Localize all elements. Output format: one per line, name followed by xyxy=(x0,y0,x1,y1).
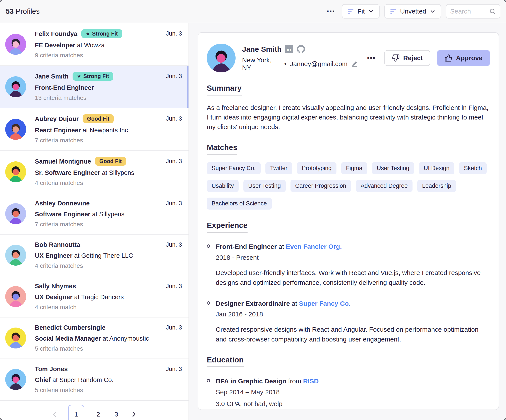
search-box[interactable] xyxy=(446,4,500,19)
vetted-filter-dropdown[interactable]: Unvetted xyxy=(384,4,441,19)
thumbs-up-icon xyxy=(445,54,453,62)
item-date: Jun. 3 xyxy=(166,30,182,37)
github-icon[interactable] xyxy=(297,45,305,53)
experience-title: Designer Extraordinaire at Super Fancy C… xyxy=(216,299,490,308)
match-tag: Twitter xyxy=(266,162,293,174)
profile-avatar xyxy=(207,44,236,72)
org-link[interactable]: Even Fancier Org. xyxy=(286,243,342,250)
pagination: 1 2 3 xyxy=(0,400,188,420)
avatar xyxy=(5,76,26,97)
profile-location: New York, NY xyxy=(242,56,281,71)
match-tag: UI Design xyxy=(419,162,454,174)
candidate-name: Samuel Montignue xyxy=(35,157,91,165)
list-item[interactable]: Samuel Montignue Good Fit Jun. 3 Sr. Sof… xyxy=(0,151,188,193)
filter-icon xyxy=(390,8,397,15)
main-content: Felix Foundya ★Strong Fit Jun. 3 FE Deve… xyxy=(0,23,506,420)
avatar xyxy=(5,119,26,140)
list-item[interactable]: Aubrey Dujour Good Fit Jun. 3 React Engi… xyxy=(0,108,188,151)
org-link[interactable]: Super Fancy Co. xyxy=(299,300,351,307)
list-item[interactable]: Sally Nhymes Jun. 3 UX Designer at Tragi… xyxy=(0,276,188,318)
page-1-button[interactable]: 1 xyxy=(68,405,84,420)
profile-count: 53 xyxy=(6,7,14,15)
item-role-line: UX Engineer at Getting There LLC xyxy=(35,252,182,259)
match-tag: User Testing xyxy=(243,180,286,192)
item-date: Jun. 3 xyxy=(166,283,182,290)
candidate-name: Jane Smith xyxy=(35,72,69,80)
school-link[interactable]: RISD xyxy=(303,378,319,385)
education-item: BFA in Graphic Design from RISD Sep 2014… xyxy=(207,377,490,407)
criteria-matches: 7 criteria matches xyxy=(35,137,182,144)
good-fit-badge: Good Fit xyxy=(83,114,114,123)
top-bar: 53 Profiles ⋯ Fit Unvetted xyxy=(0,0,506,23)
bullet-icon xyxy=(207,379,210,382)
list-item[interactable]: Felix Foundya ★Strong Fit Jun. 3 FE Deve… xyxy=(0,23,188,66)
match-tag: Usability xyxy=(207,180,239,192)
matches-heading: Matches xyxy=(207,143,237,155)
experience-dates: Jan 2016 - 2018 xyxy=(216,311,490,318)
linkedin-icon[interactable]: in xyxy=(285,45,293,53)
match-tag: Advanced Degree xyxy=(356,180,413,192)
criteria-matches: 5 criteria matches xyxy=(35,345,182,352)
search-icon xyxy=(489,8,496,15)
detail-panel: Jane Smith in New York, NY • xyxy=(189,23,506,420)
candidate-name: Ashley Donnevine xyxy=(35,199,90,207)
prev-page-button[interactable] xyxy=(51,411,58,418)
fit-filter-dropdown[interactable]: Fit xyxy=(342,4,380,19)
app-window: 53 Profiles ⋯ Fit Unvetted xyxy=(0,0,506,420)
item-role-line: FE Developer at Wowza xyxy=(35,41,182,49)
list-item[interactable]: Bob Rannoutta Jun. 3 UX Engineer at Gett… xyxy=(0,235,188,276)
criteria-matches: 4 criteria matches xyxy=(35,179,182,187)
profile-more-icon[interactable]: ⋯ xyxy=(365,54,377,62)
item-role-line: Sr. Software Engineer at Sillypens xyxy=(35,169,182,177)
match-tag: Leadership xyxy=(417,180,456,192)
next-page-button[interactable] xyxy=(130,411,137,418)
candidate-name: Sally Nhymes xyxy=(35,282,76,290)
summary-text: As a freelance designer, I create visual… xyxy=(207,103,490,132)
profile-header: Jane Smith in New York, NY • xyxy=(207,44,490,72)
page-title: 53 Profiles xyxy=(6,7,40,15)
search-input[interactable] xyxy=(450,8,487,15)
avatar xyxy=(5,245,26,266)
toolbar-more-icon[interactable]: ⋯ xyxy=(324,7,337,16)
candidate-name: Felix Foundya xyxy=(35,30,77,38)
list-item[interactable]: Benedict Cumbersingle Jun. 3 Social Medi… xyxy=(0,318,188,359)
good-fit-badge: Good Fit xyxy=(95,157,126,166)
item-role-line: UX Designer at Tragic Dancers xyxy=(35,293,182,301)
bullet-icon xyxy=(207,244,210,248)
page-2-button[interactable]: 2 xyxy=(94,409,102,419)
item-role-line: React Engineer at Newpants Inc. xyxy=(35,126,182,134)
candidate-name: Benedict Cumbersingle xyxy=(35,324,106,332)
avatar xyxy=(5,203,26,224)
match-tag: Figma xyxy=(341,162,367,174)
match-tag: Bachelors of Science xyxy=(207,197,272,210)
profile-list-panel: Felix Foundya ★Strong Fit Jun. 3 FE Deve… xyxy=(0,23,189,420)
item-date: Jun. 3 xyxy=(166,241,182,248)
list-item[interactable]: Tom Jones Jun. 3 Chief at Super Random C… xyxy=(0,359,188,400)
item-role-line: Chief at Super Random Co. xyxy=(35,376,182,384)
strong-fit-badge: ★Strong Fit xyxy=(73,72,113,81)
match-tag: Super Fancy Co. xyxy=(207,162,261,174)
education-note: 3.0 GPA, not bad, welp xyxy=(216,400,319,407)
criteria-matches: 7 criteria matches xyxy=(35,221,182,228)
filter-icon xyxy=(348,8,354,15)
avatar xyxy=(5,286,26,307)
reject-button[interactable]: Reject xyxy=(384,50,430,66)
experience-heading: Experience xyxy=(207,221,247,233)
item-date: Jun. 3 xyxy=(166,324,182,331)
approve-button[interactable]: Approve xyxy=(437,50,490,66)
education-title: BFA in Graphic Design from RISD xyxy=(216,377,319,386)
criteria-matches: 4 criteria match xyxy=(35,304,182,311)
avatar xyxy=(5,328,26,348)
page-3-button[interactable]: 3 xyxy=(113,409,120,419)
svg-text:in: in xyxy=(287,47,291,52)
list-item[interactable]: Ashley Donnevine Jun. 3 Software Enginee… xyxy=(0,193,188,235)
thumbs-down-icon xyxy=(392,54,400,62)
criteria-matches: 13 criteria matches xyxy=(35,94,182,102)
education-heading: Education xyxy=(207,355,244,367)
matches-tags: Super Fancy Co. Twitter Prototyping Figm… xyxy=(207,162,490,210)
list-item-selected[interactable]: Jane Smith ★Strong Fit Jun. 3 Front-End … xyxy=(0,66,188,108)
edit-pencil-icon[interactable] xyxy=(351,60,358,68)
profile-email: Janney@gmail.com xyxy=(290,60,348,68)
item-date: Jun. 3 xyxy=(166,366,182,373)
vetted-filter-label: Unvetted xyxy=(400,8,426,15)
